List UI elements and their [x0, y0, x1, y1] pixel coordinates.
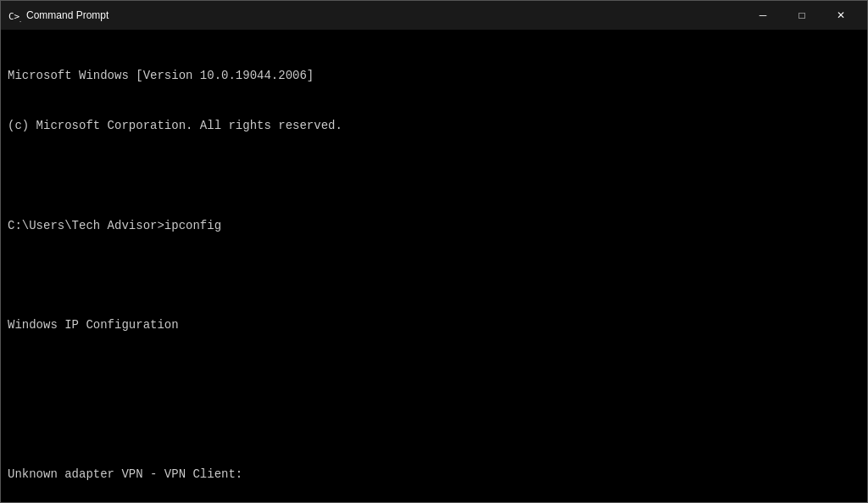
console-line: Windows IP Configuration: [8, 317, 860, 334]
console-line-command: C:\Users\Tech Advisor>ipconfig: [8, 218, 860, 235]
maximize-button[interactable]: □: [782, 1, 821, 30]
minimize-button[interactable]: ─: [743, 1, 782, 30]
window-title: Command Prompt: [26, 9, 743, 21]
console-line: [8, 267, 860, 284]
title-bar: C>_ Command Prompt ─ □ ✕: [1, 1, 867, 30]
close-button[interactable]: ✕: [821, 1, 860, 30]
cmd-window: C>_ Command Prompt ─ □ ✕ Microsoft Windo…: [0, 0, 868, 503]
console-output: Microsoft Windows [Version 10.0.19044.20…: [1, 30, 867, 502]
console-line-section: Unknown adapter VPN - VPN Client:: [8, 467, 860, 483]
svg-text:C>_: C>_: [8, 11, 21, 22]
console-line: [8, 168, 860, 185]
console-line: [8, 367, 860, 384]
window-controls: ─ □ ✕: [743, 1, 860, 30]
cmd-icon: C>_: [8, 8, 21, 22]
console-line: [8, 417, 860, 434]
console-line: (c) Microsoft Corporation. All rights re…: [8, 118, 860, 135]
console-line: Microsoft Windows [Version 10.0.19044.20…: [8, 68, 860, 85]
